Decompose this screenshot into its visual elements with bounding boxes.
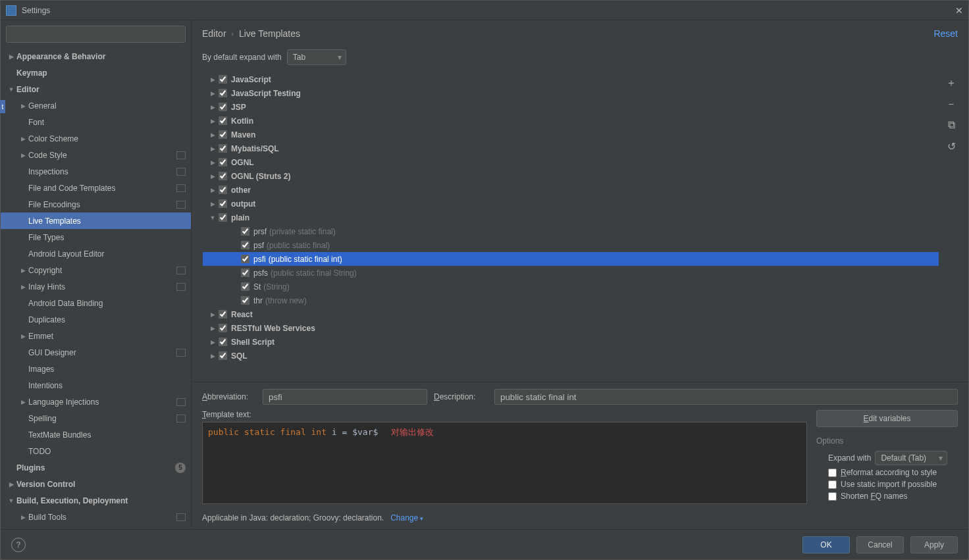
sidebar-item-inspections[interactable]: Inspections — [1, 163, 191, 180]
sidebar-item-inlay-hints[interactable]: Inlay Hints — [1, 278, 191, 295]
sidebar-item-intentions[interactable]: Intentions — [1, 377, 191, 394]
template-checkbox[interactable] — [241, 282, 249, 291]
sidebar-item-todo[interactable]: TODO — [1, 443, 191, 459]
template-checkbox[interactable] — [219, 213, 227, 222]
sidebar-item-code-style[interactable]: Code Style — [1, 147, 191, 163]
expand-arrow-icon[interactable] — [18, 399, 28, 405]
sidebar-item-images[interactable]: Images — [1, 361, 191, 377]
template-group-react[interactable]: React — [203, 307, 939, 321]
expand-arrow-icon[interactable] — [6, 53, 16, 60]
sidebar-item-file-types[interactable]: File Types — [1, 229, 191, 245]
sidebar-item-android-layout-editor[interactable]: Android Layout Editor — [1, 245, 191, 262]
sidebar-item-general[interactable]: General — [1, 97, 191, 114]
sidebar-item-gui-designer[interactable]: GUI Designer — [1, 344, 191, 361]
expand-arrow-icon[interactable] — [6, 481, 16, 488]
template-group-sql[interactable]: SQL — [203, 349, 939, 363]
expand-arrow-icon[interactable] — [207, 118, 219, 124]
expand-arrow-icon[interactable] — [18, 284, 28, 290]
template-item-psf[interactable]: psf(public static final) — [203, 238, 939, 252]
template-checkbox[interactable] — [241, 268, 249, 277]
breadcrumb-editor[interactable]: Editor — [202, 28, 226, 39]
template-checkbox[interactable] — [219, 89, 227, 97]
expand-arrow-icon[interactable] — [18, 267, 28, 274]
template-group-kotlin[interactable]: Kotlin — [203, 114, 939, 128]
sidebar-item-spelling[interactable]: Spelling — [1, 410, 191, 426]
sidebar-item-file-encodings[interactable]: File Encodings — [1, 196, 191, 213]
sidebar-item-plugins[interactable]: Plugins5 — [1, 459, 191, 476]
template-checkbox[interactable] — [219, 144, 227, 153]
sidebar-item-android-data-binding[interactable]: Android Data Binding — [1, 295, 191, 311]
template-item-prsf[interactable]: prsf(private static final) — [203, 224, 939, 238]
template-checkbox[interactable] — [219, 172, 227, 180]
template-checkbox[interactable] — [241, 255, 249, 263]
template-checkbox[interactable] — [219, 351, 227, 360]
template-group-jsp[interactable]: JSP — [203, 100, 939, 114]
template-checkbox[interactable] — [219, 199, 227, 208]
template-group-mybatis-sql[interactable]: Mybatis/SQL — [203, 141, 939, 155]
sidebar-item-file-and-code-templates[interactable]: File and Code Templates — [1, 180, 191, 196]
template-checkbox[interactable] — [219, 103, 227, 111]
expand-arrow-icon[interactable] — [18, 514, 28, 521]
expand-arrow-icon[interactable] — [207, 104, 219, 111]
template-list[interactable]: JavaScriptJavaScript TestingJSPKotlinMav… — [202, 72, 939, 382]
remove-template-button[interactable]: － — [944, 97, 958, 111]
sidebar-item-keymap[interactable]: Keymap — [1, 64, 191, 81]
sidebar-item-textmate-bundles[interactable]: TextMate Bundles — [1, 426, 191, 443]
template-checkbox[interactable] — [219, 116, 227, 125]
template-text-editor[interactable]: public static final int i = $var$对输出修改 — [202, 422, 807, 504]
copy-template-button[interactable]: ⧉ — [944, 118, 958, 132]
template-checkbox[interactable] — [241, 241, 249, 249]
template-checkbox[interactable] — [219, 338, 227, 346]
reset-button[interactable]: Reset — [933, 28, 958, 39]
ok-button[interactable]: OK — [802, 536, 850, 553]
expand-arrow-icon[interactable] — [207, 173, 219, 180]
expand-arrow-icon[interactable] — [207, 145, 219, 152]
template-checkbox[interactable] — [219, 75, 227, 84]
description-input[interactable] — [494, 389, 958, 405]
sidebar-item-editor[interactable]: Editor — [1, 81, 191, 97]
edit-variables-button[interactable]: Edit variables — [816, 410, 958, 427]
template-group-plain[interactable]: plain — [203, 211, 939, 224]
sidebar-item-copyright[interactable]: Copyright — [1, 262, 191, 278]
sidebar-item-build-execution-deployment[interactable]: Build, Execution, Deployment — [1, 492, 191, 509]
expand-arrow-icon[interactable] — [207, 187, 219, 193]
template-group-output[interactable]: output — [203, 197, 939, 211]
template-item-St[interactable]: St(String) — [203, 280, 939, 293]
expand-arrow-icon[interactable] — [207, 353, 219, 359]
sidebar-item-font[interactable]: Font — [1, 114, 191, 130]
template-item-thr[interactable]: thr(throw new) — [203, 293, 939, 307]
reformat-checkbox[interactable] — [828, 469, 837, 477]
expand-arrow-icon[interactable] — [6, 497, 16, 504]
sidebar-item-appearance-behavior[interactable]: Appearance & Behavior — [1, 48, 191, 64]
template-group-other[interactable]: other — [203, 183, 939, 197]
sidebar-item-color-scheme[interactable]: Color Scheme — [1, 130, 191, 147]
expand-arrow-icon[interactable] — [207, 325, 219, 332]
expand-arrow-icon[interactable] — [18, 152, 28, 159]
template-group-ognl-struts-2-[interactable]: OGNL (Struts 2) — [203, 169, 939, 183]
expand-arrow-icon[interactable] — [207, 311, 219, 318]
template-item-psfs[interactable]: psfs(public static final String) — [203, 266, 939, 280]
settings-tree[interactable]: Appearance & BehaviorKeymapEditorGeneral… — [1, 48, 191, 529]
template-group-ognl[interactable]: OGNL — [203, 155, 939, 169]
expand-arrow-icon[interactable] — [18, 333, 28, 340]
expand-arrow-icon[interactable] — [18, 136, 28, 142]
template-group-shell-script[interactable]: Shell Script — [203, 335, 939, 349]
help-button[interactable]: ? — [11, 538, 26, 552]
shorten-fq-checkbox[interactable] — [828, 492, 837, 501]
abbreviation-input[interactable] — [263, 389, 427, 405]
cancel-button[interactable]: Cancel — [856, 536, 904, 553]
apply-button[interactable]: Apply — [910, 536, 958, 553]
template-checkbox[interactable] — [219, 186, 227, 194]
template-checkbox[interactable] — [219, 130, 227, 139]
close-icon[interactable]: ✕ — [955, 5, 963, 16]
template-checkbox[interactable] — [241, 227, 249, 236]
search-input[interactable] — [6, 26, 186, 43]
static-import-checkbox[interactable] — [828, 480, 837, 489]
template-group-javascript[interactable]: JavaScript — [203, 72, 939, 86]
template-group-restful-web-services[interactable]: RESTful Web Services — [203, 321, 939, 335]
expand-arrow-icon[interactable] — [207, 76, 219, 83]
expand-arrow-icon[interactable] — [207, 132, 219, 138]
template-checkbox[interactable] — [241, 296, 249, 305]
template-group-javascript-testing[interactable]: JavaScript Testing — [203, 86, 939, 100]
expand-arrow-icon[interactable] — [207, 339, 219, 345]
